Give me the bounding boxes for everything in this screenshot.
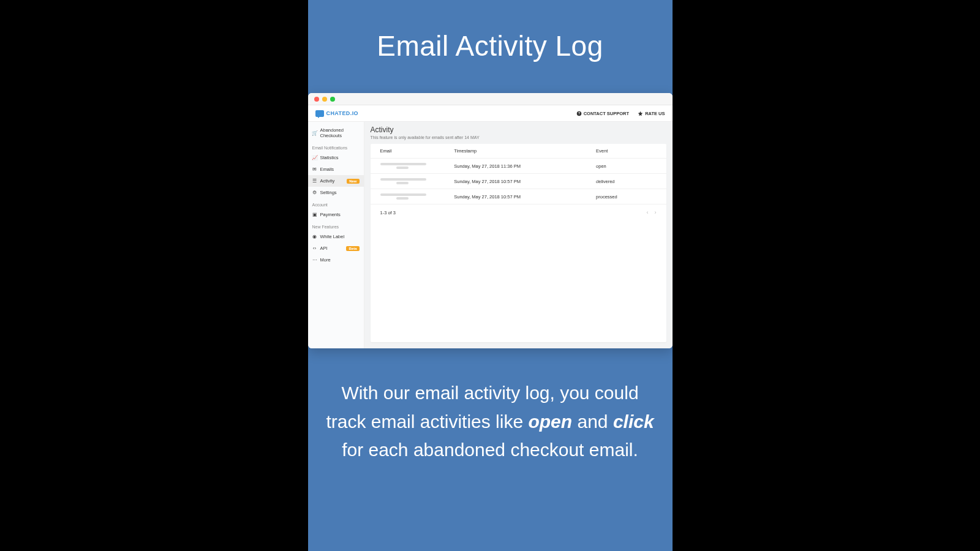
- prev-page-button[interactable]: ‹: [647, 209, 649, 216]
- cell-event: delivered: [586, 174, 666, 189]
- sidebar-item-activity[interactable]: ☰ Activity New: [308, 175, 364, 187]
- code-icon: ‹›: [312, 246, 317, 251]
- col-timestamp: Timestamp: [444, 144, 586, 159]
- sidebar-item-payments[interactable]: ▣ Payments: [308, 209, 364, 220]
- sidebar-item-statistics[interactable]: 📈 Statistics: [308, 152, 364, 163]
- page-count: 1-3 of 3: [380, 210, 396, 216]
- cell-event: open: [586, 159, 666, 174]
- table-row[interactable]: Sunday, May 27, 2018 11:36 PM open: [371, 159, 666, 174]
- cell-event: processed: [586, 189, 666, 204]
- cart-icon: 🛒: [312, 130, 317, 136]
- svg-text:?: ?: [578, 111, 580, 115]
- col-email: Email: [371, 144, 445, 159]
- rate-us-link[interactable]: RATE US: [638, 111, 665, 116]
- promo-card: Email Activity Log CHATED.IO ? CONTACT S…: [308, 0, 673, 551]
- more-icon: ⋯: [312, 257, 317, 263]
- sidebar-item-abandoned-checkouts[interactable]: 🛒 Abandoned Checkouts: [308, 124, 364, 141]
- star-icon: [638, 111, 643, 116]
- contact-support-link[interactable]: ? CONTACT SUPPORT: [576, 111, 629, 116]
- page-title: Activity: [371, 126, 666, 134]
- sidebar-item-settings[interactable]: ⚙ Settings: [308, 187, 364, 198]
- sidebar-section-account: Account: [308, 198, 364, 209]
- sidebar-item-api[interactable]: ‹› API Beta: [308, 242, 364, 254]
- brand-logo[interactable]: CHATED.IO: [315, 110, 358, 117]
- maximize-icon[interactable]: [330, 97, 335, 102]
- main-content: Activity This feature is only available …: [364, 122, 673, 348]
- app-window: CHATED.IO ? CONTACT SUPPORT RATE US 🛒 Ab…: [308, 93, 673, 348]
- cell-timestamp: Sunday, May 27, 2018 11:36 PM: [444, 159, 586, 174]
- page-subtitle: This feature is only available for email…: [371, 135, 666, 140]
- redacted-email: [380, 178, 426, 181]
- gear-icon: ⚙: [312, 190, 317, 195]
- redacted-email: [380, 193, 426, 196]
- window-titlebar: [308, 93, 673, 105]
- chart-icon: 📈: [312, 155, 317, 160]
- table-row[interactable]: Sunday, May 27, 2018 10:57 PM processed: [371, 189, 666, 204]
- cell-timestamp: Sunday, May 27, 2018 10:57 PM: [444, 174, 586, 189]
- sidebar-item-emails[interactable]: ✉ Emails: [308, 163, 364, 175]
- next-page-button[interactable]: ›: [655, 209, 657, 216]
- activity-table: Email Timestamp Event Sunday, May 27, 20…: [371, 144, 666, 204]
- help-icon: ?: [576, 111, 582, 116]
- app-header: CHATED.IO ? CONTACT SUPPORT RATE US: [308, 105, 673, 122]
- redacted-email: [380, 163, 426, 165]
- beta-badge: Beta: [346, 246, 359, 251]
- globe-icon: ◉: [312, 234, 317, 239]
- brand-name: CHATED.IO: [326, 110, 358, 116]
- list-icon: ☰: [312, 178, 317, 184]
- sidebar-item-white-label[interactable]: ◉ White Label: [308, 231, 364, 242]
- new-badge: New: [347, 179, 359, 184]
- table-row[interactable]: Sunday, May 27, 2018 10:57 PM delivered: [371, 174, 666, 189]
- col-event: Event: [586, 144, 666, 159]
- chat-bubble-icon: [315, 110, 324, 117]
- sidebar: 🛒 Abandoned Checkouts Email Notification…: [308, 122, 364, 348]
- pagination: 1-3 of 3 ‹ ›: [371, 204, 666, 220]
- minimize-icon[interactable]: [322, 97, 327, 102]
- promo-description: With our email activity log, you could t…: [308, 379, 673, 465]
- sidebar-section-new-features: New Features: [308, 220, 364, 231]
- sidebar-item-more[interactable]: ⋯ More: [308, 254, 364, 266]
- promo-title: Email Activity Log: [377, 29, 603, 62]
- activity-table-panel: Email Timestamp Event Sunday, May 27, 20…: [371, 144, 666, 342]
- cell-timestamp: Sunday, May 27, 2018 10:57 PM: [444, 189, 586, 204]
- sidebar-section-notifications: Email Notifications: [308, 141, 364, 152]
- envelope-icon: ✉: [312, 167, 317, 172]
- close-icon[interactable]: [314, 97, 319, 102]
- card-icon: ▣: [312, 212, 317, 217]
